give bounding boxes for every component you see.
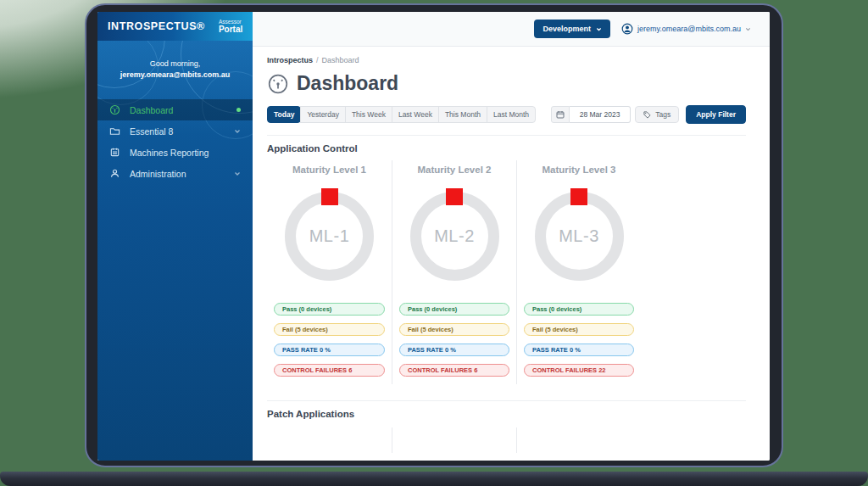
pass-badge: Pass (0 devices): [399, 303, 509, 316]
breadcrumb-root[interactable]: Introspectus: [267, 56, 313, 64]
pass-badge: Pass (0 devices): [274, 303, 385, 316]
greeting-email: jeremy.omeara@mbits.com.au: [97, 70, 253, 79]
brand-header[interactable]: INTROSPECTUS® Assessor Portal: [97, 12, 253, 41]
brand-logo: INTROSPECTUS®: [108, 20, 205, 32]
donut-fail-segment: [321, 188, 338, 205]
maturity-column-2: Maturity Level 2 ML-2 Pass (0 devices) F…: [392, 160, 516, 384]
section-application-control: Application Control Maturity Level 1 ML-…: [267, 135, 746, 384]
donut-chart-ml1: ML-1: [285, 192, 374, 281]
fail-badge: Fail (5 devices): [399, 323, 509, 336]
title-row: Dashboard: [267, 72, 746, 95]
sidebar-item-machines-reporting[interactable]: Machines Reporting: [97, 142, 253, 163]
maturity-grid: Maturity Level 1 ML-1 Pass (0 devices) F…: [267, 160, 641, 384]
section-title: Application Control: [267, 143, 746, 154]
patch-grid-stub: [267, 427, 641, 453]
chevron-down-icon: [596, 26, 602, 32]
maturity-column-1: Maturity Level 1 ML-1 Pass (0 devices) F…: [267, 160, 392, 384]
chevron-down-icon: [745, 26, 751, 32]
user-email: jeremy.omeara@mbits.com.au: [637, 25, 741, 33]
greeting: Good morning, jeremy.omeara@mbits.com.au: [97, 59, 253, 79]
page-content: Introspectus / Dashboard Dashboard Today…: [253, 47, 770, 461]
pass-rate-badge: PASS RATE 0 %: [399, 344, 509, 356]
stats-pills: Pass (0 devices) Fail (5 devices) PASS R…: [399, 303, 509, 377]
maturity-heading: Maturity Level 2: [399, 165, 509, 175]
section-patch-applications: Patch Applications: [267, 400, 746, 453]
page-title: Dashboard: [297, 72, 398, 95]
date-picker: [551, 106, 631, 123]
donut-label: ML-2: [434, 226, 475, 246]
brand-product-line2: Portal: [219, 25, 242, 34]
control-failures-badge: CONTROL FAILURES 6: [274, 364, 385, 377]
gauge-icon: [109, 104, 120, 115]
chevron-down-icon: [234, 128, 241, 135]
sidebar-item-label: Essential 8: [130, 126, 173, 137]
gauge-icon: [267, 73, 289, 95]
sidebar-item-label: Administration: [130, 169, 186, 179]
stats-pills: Pass (0 devices) Fail (5 devices) PASS R…: [274, 303, 385, 377]
fail-badge: Fail (5 devices): [524, 323, 634, 336]
range-button-last-week[interactable]: Last Week: [392, 106, 439, 123]
tags-label: Tags: [655, 110, 670, 119]
apply-filter-button[interactable]: Apply Filter: [686, 105, 746, 124]
breadcrumb-current: Dashboard: [322, 56, 359, 64]
range-button-yesterday[interactable]: Yesterday: [300, 106, 346, 123]
donut-label: ML-3: [559, 226, 599, 246]
date-range-group: Today Yesterday This Week Last Week This…: [267, 106, 536, 123]
donut-chart-ml2: ML-2: [410, 192, 499, 281]
range-button-this-week[interactable]: This Week: [345, 106, 392, 123]
pass-rate-badge: PASS RATE 0 %: [274, 344, 385, 356]
breadcrumb: Introspectus / Dashboard: [267, 56, 746, 64]
user-menu[interactable]: jeremy.omeara@mbits.com.au: [621, 23, 751, 35]
maturity-heading: Maturity Level 1: [274, 165, 385, 175]
calendar-icon: [556, 110, 565, 119]
sidebar-item-label: Dashboard: [130, 105, 173, 115]
control-failures-badge: CONTROL FAILURES 22: [524, 364, 634, 377]
range-button-this-month[interactable]: This Month: [438, 106, 487, 123]
breadcrumb-separator: /: [316, 56, 319, 64]
chevron-down-icon: [234, 170, 241, 177]
user-icon: [109, 168, 120, 179]
donut-fail-segment: [570, 188, 587, 205]
pass-badge: Pass (0 devices): [524, 303, 634, 316]
sidebar-nav: Dashboard Essential 8 Machines Reporting: [97, 99, 253, 184]
topbar: Development jeremy.omeara@mbits.com.au: [253, 12, 770, 47]
main-area: Development jeremy.omeara@mbits.com.au I…: [253, 12, 770, 461]
active-indicator-dot: [236, 108, 241, 112]
range-button-last-month[interactable]: Last Month: [487, 106, 536, 123]
maturity-heading: Maturity Level 3: [524, 165, 634, 175]
stats-pills: Pass (0 devices) Fail (5 devices) PASS R…: [524, 303, 634, 377]
sidebar-item-administration[interactable]: Administration: [97, 163, 253, 184]
donut-label: ML-1: [309, 226, 350, 246]
filter-bar: Today Yesterday This Week Last Week This…: [267, 105, 746, 124]
laptop-base: [0, 472, 868, 486]
folder-icon: [109, 126, 120, 137]
clipboard-icon: [109, 147, 120, 158]
brand-product-line1: Assessor: [219, 19, 242, 25]
environment-label: Development: [542, 25, 591, 33]
brand-product: Assessor Portal: [219, 19, 242, 34]
sidebar-item-label: Machines Reporting: [130, 148, 209, 158]
calendar-icon-button[interactable]: [551, 106, 570, 123]
user-avatar-icon: [621, 23, 633, 35]
section-title: Patch Applications: [267, 409, 746, 419]
sidebar-item-dashboard[interactable]: Dashboard: [97, 99, 253, 120]
range-button-today[interactable]: Today: [267, 106, 301, 123]
maturity-column-3: Maturity Level 3 ML-3 Pass (0 devices) F…: [516, 160, 641, 384]
screen: INTROSPECTUS® Assessor Portal Good morni…: [97, 12, 770, 461]
environment-dropdown-button[interactable]: Development: [534, 20, 610, 38]
pass-rate-badge: PASS RATE 0 %: [524, 344, 634, 356]
fail-badge: Fail (5 devices): [274, 323, 385, 336]
donut-fail-segment: [446, 188, 463, 205]
tags-button[interactable]: Tags: [635, 106, 679, 123]
sidebar-item-essential8[interactable]: Essential 8: [97, 120, 253, 142]
greeting-line: Good morning,: [97, 59, 253, 68]
control-failures-badge: CONTROL FAILURES 6: [399, 364, 509, 377]
tag-icon: [643, 111, 651, 119]
date-input[interactable]: [570, 106, 631, 123]
donut-chart-ml3: ML-3: [535, 192, 624, 281]
sidebar: INTROSPECTUS® Assessor Portal Good morni…: [97, 12, 253, 461]
